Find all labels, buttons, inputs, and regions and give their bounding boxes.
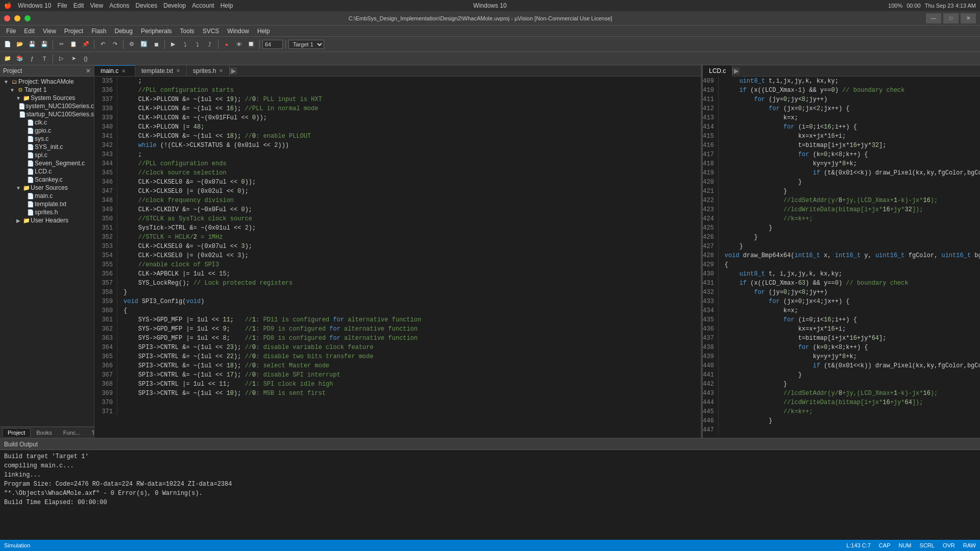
close-traffic-light[interactable] xyxy=(4,15,10,21)
undo-button[interactable]: ↶ xyxy=(97,39,108,50)
left-code-scroll[interactable]: 3353363373383393403413423433443453463473… xyxy=(94,77,701,438)
system-file-9[interactable]: 📄 Scankey.c xyxy=(0,176,94,184)
menu-view[interactable]: View xyxy=(39,27,60,36)
template-button[interactable]: T xyxy=(39,53,50,64)
apple-icon[interactable]: 🍎 xyxy=(4,2,12,9)
user-sources-item[interactable]: ▼ 📁 User Sources xyxy=(0,184,94,192)
panel-tab-books[interactable]: Books xyxy=(31,428,58,437)
right-tab-lcd[interactable]: LCD.c xyxy=(703,65,732,77)
rebuild-button[interactable]: 🔄 xyxy=(138,39,150,50)
save-button[interactable]: 💾 xyxy=(27,39,38,50)
build-output-content[interactable]: Build target 'Target 1'compiling main.c.… xyxy=(0,450,980,540)
right-line-num-443: 443 xyxy=(703,389,714,398)
system-file-label-7: Seven_Segment.c xyxy=(35,160,85,167)
system-file-3[interactable]: 📄 gpio.c xyxy=(0,127,94,135)
step-over-button[interactable]: ⤵ xyxy=(180,39,191,50)
menu-flash[interactable]: Flash xyxy=(87,27,110,36)
user-headers-item[interactable]: ▶ 📁 User Headers xyxy=(0,216,94,224)
menu-tools[interactable]: Tools xyxy=(176,27,199,36)
target-select[interactable]: Target 1 xyxy=(288,40,324,49)
project-root[interactable]: ▼ 🗂 Project: WhacAMole xyxy=(0,78,94,86)
system-file-label-9: Scankey.c xyxy=(35,176,62,183)
run-to-cursor-button[interactable]: ▷ xyxy=(56,53,67,64)
menu-help[interactable]: Help xyxy=(253,27,274,36)
step-into-button[interactable]: ⤵ xyxy=(192,39,203,50)
mac-menu-file[interactable]: File xyxy=(57,2,67,9)
user-file-1[interactable]: 📄 template.txt xyxy=(0,200,94,208)
system-file-4[interactable]: 📄 sys.c xyxy=(0,135,94,143)
menu-edit[interactable]: Edit xyxy=(20,27,39,36)
left-code-line-370: SPI3->CNTRL |= 1ul << 11; //1: SPI clock… xyxy=(124,380,701,389)
tab-sprites-h[interactable]: sprites.h ✕ xyxy=(187,65,230,77)
system-file-1[interactable]: 📄 startup_NUC100Series.s xyxy=(0,110,94,118)
system-file-6[interactable]: 📄 spi.c xyxy=(0,151,94,159)
menu-project[interactable]: Project xyxy=(60,27,87,36)
menu-debug[interactable]: Debug xyxy=(111,27,137,36)
panel-tab-func[interactable]: Func... xyxy=(58,428,86,437)
open-file-button[interactable]: 📂 xyxy=(14,39,26,50)
books-button[interactable]: 📚 xyxy=(14,53,26,64)
watch-button[interactable]: 👁 xyxy=(233,39,244,50)
system-file-8[interactable]: 📄 LCD.c xyxy=(0,167,94,176)
menu-svcs[interactable]: SVCS xyxy=(199,27,224,36)
win-minimize-button[interactable]: — xyxy=(926,13,941,23)
menu-peripherals[interactable]: Peripherals xyxy=(137,27,176,36)
stop-button[interactable]: ⏹ xyxy=(151,39,162,50)
right-code-line-418: ky=y+jy*8+k; xyxy=(725,159,980,168)
mac-menu-edit[interactable]: Edit xyxy=(74,2,84,9)
left-code-line-340: CLK->PLLCON |= 48; xyxy=(124,122,701,132)
memory-button[interactable]: 🔲 xyxy=(246,39,257,50)
new-file-button[interactable]: 📄 xyxy=(2,39,13,50)
panel-tab-tem[interactable]: Tem... xyxy=(86,428,94,437)
system-file-2[interactable]: 📄 clk.c xyxy=(0,118,94,127)
tab-template-txt-label: template.txt xyxy=(141,67,173,74)
mac-menu-devices[interactable]: Devices xyxy=(136,2,158,9)
win-maximize-button[interactable]: □ xyxy=(943,13,959,23)
maximize-traffic-light[interactable] xyxy=(24,15,31,21)
save-all-button[interactable]: 💾 xyxy=(39,39,50,50)
mac-menu-account[interactable]: Account xyxy=(192,2,214,9)
system-file-5[interactable]: 📄 SYS_init.c xyxy=(0,143,94,151)
project-panel-close[interactable]: ✕ xyxy=(86,67,91,74)
breakpoint-button[interactable]: ● xyxy=(221,39,232,50)
tab-main-c[interactable]: main.c ✕ xyxy=(94,65,135,77)
mac-menu-view[interactable]: View xyxy=(90,2,103,9)
copy-button[interactable]: 📋 xyxy=(68,39,79,50)
left-line-num-354: 354 xyxy=(94,251,113,260)
system-file-7[interactable]: 📄 Seven_Segment.c xyxy=(0,159,94,167)
system-sources-item[interactable]: ▼ 📁 System Sources xyxy=(0,94,94,102)
tab-main-c-close[interactable]: ✕ xyxy=(121,68,126,74)
paste-button[interactable]: 📌 xyxy=(80,39,91,50)
user-file-2[interactable]: 📄 sprites.h xyxy=(0,208,94,216)
tab-scroll-right[interactable]: ▶ xyxy=(230,67,237,74)
mac-menu-windows[interactable]: Windows 10 xyxy=(18,2,51,9)
enable-disable-asm-button[interactable]: {} xyxy=(80,53,91,64)
tab-template-txt-close[interactable]: ✕ xyxy=(176,68,180,73)
panel-tab-project[interactable]: Project xyxy=(2,428,31,437)
target-1-item[interactable]: ▼ ⚙ Target 1 xyxy=(0,86,94,94)
zoom-input[interactable] xyxy=(262,40,283,49)
cut-button[interactable]: ✂ xyxy=(56,39,67,50)
minimize-traffic-light[interactable] xyxy=(14,15,20,21)
mac-menu-develop[interactable]: Develop xyxy=(163,2,186,9)
right-code-scroll[interactable]: 4094104114124134144154164174184194204214… xyxy=(703,77,980,438)
system-file-0[interactable]: 📄 system_NUC100Series.c xyxy=(0,102,94,110)
step-out-button[interactable]: ⤴ xyxy=(204,39,215,50)
user-file-0[interactable]: 📄 main.c xyxy=(0,192,94,200)
win-close-button[interactable]: ✕ xyxy=(961,13,976,23)
redo-button[interactable]: ↷ xyxy=(109,39,120,50)
tab-sprites-h-close[interactable]: ✕ xyxy=(219,68,223,73)
right-code-line-434: for (jx=0;jx<4;jx++) { xyxy=(725,297,980,306)
func-button[interactable]: ƒ xyxy=(27,53,38,64)
show-next-statement-button[interactable]: ➤ xyxy=(68,53,79,64)
mac-menu-help[interactable]: Help xyxy=(220,2,233,9)
scankey-icon: 📄 xyxy=(27,177,35,183)
tab-template-txt[interactable]: template.txt ✕ xyxy=(135,65,187,77)
mac-menu-actions[interactable]: Actions xyxy=(109,2,129,9)
right-tab-scroll[interactable]: ▶ xyxy=(732,67,740,74)
menu-window[interactable]: Window xyxy=(223,27,253,36)
debug-start-button[interactable]: ▶ xyxy=(167,39,179,50)
project-window-button[interactable]: 📁 xyxy=(2,53,13,64)
build-button[interactable]: ⚙ xyxy=(126,39,137,50)
menu-file[interactable]: File xyxy=(2,27,20,36)
